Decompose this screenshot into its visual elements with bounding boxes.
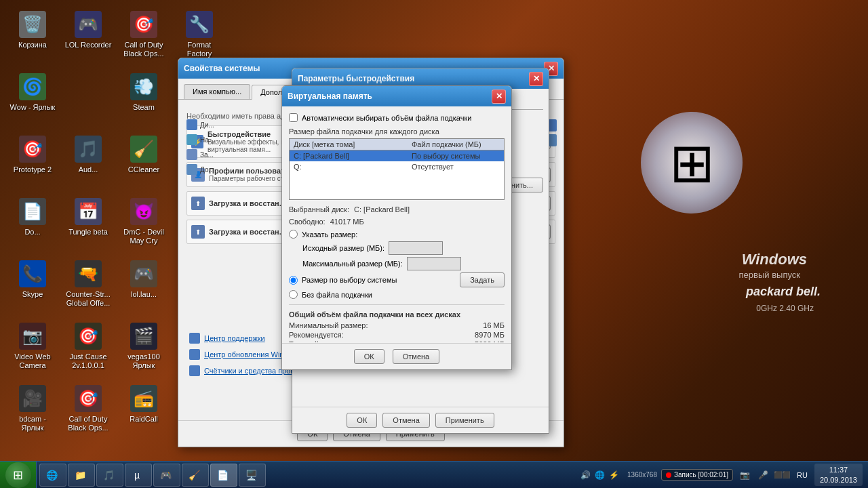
clock-time: 11:37 <box>820 465 857 474</box>
vm-nofile-radio[interactable] <box>289 290 298 299</box>
vm-set-button[interactable]: Задать <box>460 272 505 287</box>
icon-steam[interactable]: 💨 Steam <box>117 68 171 129</box>
nav-load2-label: Загрузка и восстан... <box>209 228 285 236</box>
vm-max-input[interactable] <box>407 257 461 270</box>
virtual-titlebar-buttons: ✕ <box>492 89 506 104</box>
windows-logo-area: ⊞ <box>624 95 760 230</box>
icon-vegas[interactable]: 🎬 vegas100 Ярлык <box>117 317 171 378</box>
perf-title: Параметры быстродействия <box>298 74 529 83</box>
virtual-ok-button[interactable]: ОК <box>354 349 384 364</box>
sidebar-item-do[interactable]: До... <box>186 164 214 175</box>
vm-no-file-row: Без файла подкачки <box>289 290 505 299</box>
icon-just-cause[interactable]: 🎯 Just Cause 2v.1.0.0.1 <box>61 317 115 378</box>
system-clock: 11:37 20.09.2013 <box>814 464 863 486</box>
icon-prototype[interactable]: 🎯 Prototype 2 <box>5 130 60 191</box>
vm-min-label: Минимальный размер: <box>289 321 368 329</box>
utorrent-icon: µ <box>131 469 143 481</box>
sidebar-do-icon <box>186 164 197 175</box>
icon-cod2[interactable]: 🎯 Call of Duty Black Ops... <box>61 380 115 441</box>
start-button[interactable]: ⊞ <box>0 462 37 489</box>
vm-radio-group: Указать размер: Исходный размер (МБ): Ма… <box>289 230 505 299</box>
sidebar-na-icon <box>186 134 197 145</box>
taskbar-utorrent[interactable]: µ <box>125 464 152 487</box>
auto-checkbox-row: Автоматически выбирать объём файла подка… <box>289 113 505 122</box>
virtual-cancel-button[interactable]: Отмена <box>393 349 439 364</box>
taskbar-app7[interactable]: 📄 <box>210 464 237 487</box>
nav-load-label: Загрузка и восстан... <box>209 199 285 207</box>
icon-trash[interactable]: 🗑️ Корзина <box>5 5 60 66</box>
icon-tungle[interactable]: 📅 Tungle beta <box>61 192 115 253</box>
sidebar-item-di[interactable]: Ди... <box>186 119 214 130</box>
tools-icon <box>189 365 200 376</box>
taskbar-ccleaner[interactable]: 🧹 <box>182 464 209 487</box>
vm-rec-row: Рекомендуется: 8970 МБ <box>289 331 505 339</box>
vm-initial-label: Исходный размер (МБ): <box>302 244 384 252</box>
app7-icon: 📄 <box>216 469 229 481</box>
virtual-close-button[interactable]: ✕ <box>492 89 506 104</box>
taskbar: ⊞ 🌐 📁 🎵 µ 🎮 🧹 📄 🖥️ 🔊 🌐 <box>0 461 868 488</box>
notification-area: 🔊 🌐 ⚡ <box>576 470 623 480</box>
vm-current-row: Текущий размер: 5980 МБ <box>289 340 505 342</box>
icon-lol-recorder[interactable]: 🎮 LOL Recorder <box>61 5 115 66</box>
virtual-title: Виртуальная память <box>288 92 492 101</box>
vm-summary-title: Общий объём файла подкачки на всех диска… <box>289 310 505 319</box>
vm-free-label: Свободно: <box>289 218 326 226</box>
sidebar-item-za[interactable]: За... <box>186 149 214 160</box>
taskbar-media[interactable]: 🎵 <box>96 464 123 487</box>
virtual-footer: ОК Отмена <box>282 343 511 369</box>
language-indicator: RU <box>794 471 810 479</box>
vm-row-q[interactable]: Q: Отсутствует <box>290 161 504 172</box>
icon-ccleaner[interactable]: 🧹 CCleaner <box>117 130 171 191</box>
vm-current-label: Текущий размер: <box>289 340 348 342</box>
perf-cancel-button[interactable]: Отмена <box>382 413 429 428</box>
vm-specify-radio[interactable] <box>289 230 298 239</box>
icon-webcam[interactable]: 📷 Video Web Camera <box>5 317 60 378</box>
icon-cs[interactable]: 🔫 Counter-Str... Global Offe... <box>61 255 115 316</box>
dialog-virtual-memory[interactable]: Виртуальная память ✕ Автоматически выбир… <box>281 85 512 370</box>
explorer-icon: 📁 <box>74 469 86 481</box>
screen-resolution: 1360x768 <box>627 471 657 479</box>
icon-cod[interactable]: 🎯 Call of Duty Black Ops... <box>117 5 171 66</box>
vm-table-spacer <box>290 172 504 199</box>
tab-computername[interactable]: Имя компью... <box>184 84 250 99</box>
vm-current-value: 5980 МБ <box>475 340 505 342</box>
packard-bell-logo: packard bell. <box>746 285 821 299</box>
taskbar-explorer[interactable]: 📁 <box>68 464 95 487</box>
perf-ok-button[interactable]: ОК <box>347 413 377 428</box>
perf-close-button[interactable]: ✕ <box>529 72 543 86</box>
icon-dmc[interactable]: 😈 DmC - Devil May Cry <box>117 192 171 253</box>
taskbar-app8[interactable]: 🖥️ <box>239 464 266 487</box>
vm-initial-input[interactable] <box>389 241 443 255</box>
taskbar-league[interactable]: 🎮 <box>153 464 180 487</box>
icon-wow[interactable]: 🌀 Wow - Ярлык <box>5 68 60 129</box>
icon-lol[interactable]: 🎮 lol.lau... <box>117 255 171 316</box>
taskbar-chrome[interactable]: 🌐 <box>39 464 66 487</box>
recording-badge: Запись [00:02:01] <box>661 469 733 481</box>
sidebar-za-icon <box>186 149 197 160</box>
icon-do[interactable]: 📄 Do... <box>5 192 60 253</box>
vm-divider <box>289 304 505 305</box>
vm-table-header: Диск [метка тома] Файл подкачки (МБ) <box>290 139 504 150</box>
auto-checkbox[interactable] <box>289 113 298 122</box>
start-orb: ⊞ <box>5 462 31 488</box>
sidebar-item-na[interactable]: На... <box>186 134 214 145</box>
vm-specify-label: Указать размер: <box>302 230 357 239</box>
icon-raidcall[interactable]: 📻 RaidCall <box>117 380 171 441</box>
stop-rec-icon: ⬛⬛ <box>774 471 790 479</box>
vm-selected-disk-value: C: [Packard Bell] <box>354 205 410 214</box>
vm-system-label: Размер по выбору системы <box>302 276 397 284</box>
perf-apply-button[interactable]: Применить <box>435 413 494 428</box>
icon-aud[interactable]: 🎵 Aud... <box>61 130 115 191</box>
mic-icon: 🎤 <box>758 470 768 480</box>
icon-bdcam[interactable]: 🎥 bdcam - Ярлык <box>5 380 60 441</box>
vm-free-value: 41017 МБ <box>330 218 364 226</box>
app8-icon: 🖥️ <box>245 469 257 481</box>
vm-col-disk-header: Диск [метка тома] <box>294 140 412 148</box>
win-activation: первый выпуск <box>739 270 800 280</box>
icon-skype[interactable]: 📞 Skype <box>5 255 60 316</box>
virtual-titlebar: Виртуальная память ✕ <box>282 86 511 106</box>
vm-system-radio[interactable] <box>289 276 298 285</box>
vm-min-row: Минимальный размер: 16 МБ <box>289 321 505 329</box>
sys-info: 0GHz 2.40 GHz <box>756 304 814 313</box>
vm-row-c[interactable]: C: [Packard Bell] По выбору системы <box>290 150 504 161</box>
